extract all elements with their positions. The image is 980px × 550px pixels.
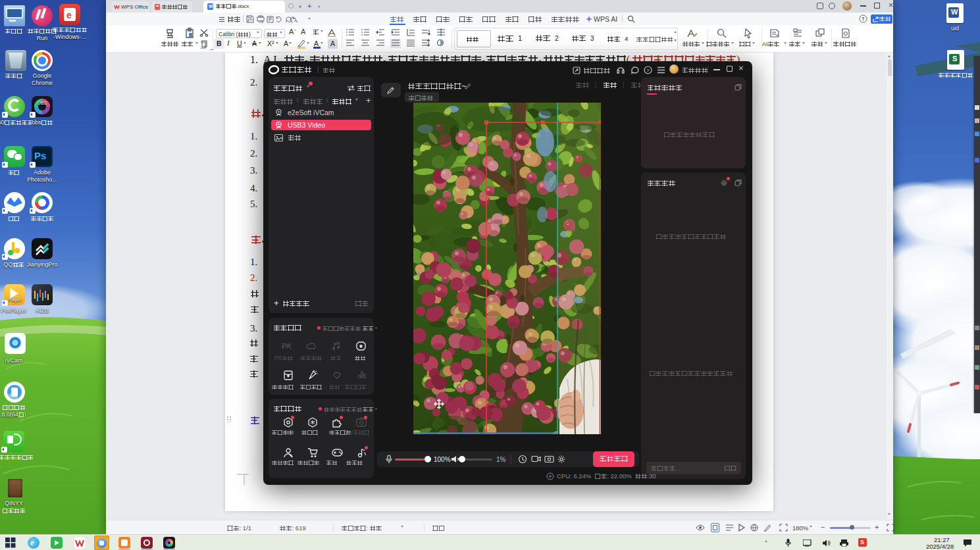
svg-text:?: ? <box>646 68 650 74</box>
